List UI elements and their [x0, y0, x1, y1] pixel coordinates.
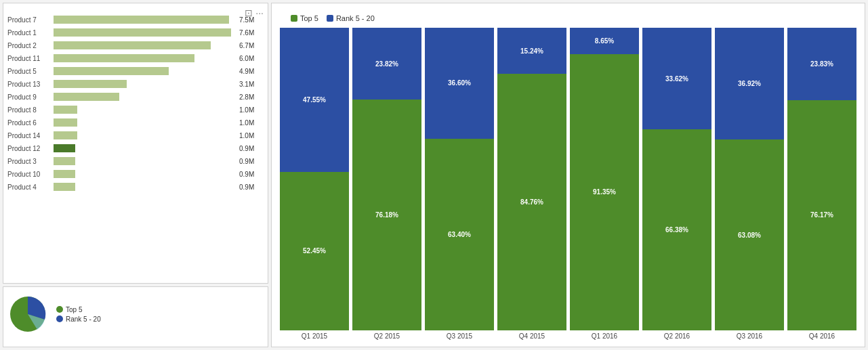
stacked-legend-entry: Rank 5 - 20 [327, 14, 375, 22]
bottom-chart-panel: Top 5Rank 5 - 20 [3, 286, 268, 347]
bar-value: 0.9M [239, 171, 264, 178]
bar-outer [54, 93, 236, 101]
chart-and-yaxis: 100%80%60%40%20%0% 47.55%52.45%Q1 201523… [280, 28, 856, 340]
stacked-col: 23.82%76.18%Q2 2015 [352, 28, 421, 340]
bar-outer [54, 170, 236, 178]
bar-outer [54, 144, 236, 152]
bar-chart-content: Product 77.5MProduct 17.6MProduct 26.7MP… [7, 14, 264, 192]
bar-row: Product 54.9M [7, 66, 264, 76]
col-label: Q1 2016 [570, 332, 639, 340]
col-label: Q2 2016 [642, 332, 711, 340]
bar-label: Product 10 [7, 171, 54, 178]
seg-green: 76.17% [787, 100, 856, 330]
bar-label: Product 9 [7, 93, 54, 101]
legend-dot [56, 315, 63, 322]
bar-chart-panel: ⊡ ··· Product 77.5MProduct 17.6MProduct … [3, 3, 268, 284]
stacked-legend-label: Top 5 [300, 14, 318, 22]
bar-label: Product 13 [7, 81, 54, 88]
bottom-legend: Top 5Rank 5 - 20 [56, 306, 101, 323]
bar-fill [54, 183, 75, 191]
bar-fill [54, 157, 75, 165]
bar-value: 1.0M [239, 132, 264, 139]
bar-row: Product 81.0M [7, 104, 264, 115]
stacked-col: 36.60%63.40%Q3 2015 [425, 28, 494, 340]
bar-row: Product 30.9M [7, 156, 264, 167]
stacked-legend-row: Top 5Rank 5 - 20 [280, 14, 856, 22]
bar-row: Product 92.8M [7, 91, 264, 102]
more-icon[interactable]: ··· [255, 7, 264, 18]
seg-blue: 23.82% [352, 28, 421, 100]
stacked-bars-area: 47.55%52.45%Q1 201523.82%76.18%Q2 201536… [280, 28, 856, 340]
stacked-col: 33.62%66.38%Q2 2016 [642, 28, 711, 340]
seg-green: 91.35% [570, 54, 639, 330]
legend-square [327, 15, 333, 22]
bar-fill [54, 67, 169, 75]
bar-label: Product 11 [7, 55, 54, 62]
stacked-col: 15.24%84.76%Q4 2015 [497, 28, 566, 340]
bar-fill [54, 144, 75, 152]
legend-dot [56, 306, 63, 313]
bar-outer [54, 16, 236, 24]
bar-label: Product 3 [7, 158, 54, 165]
bar-fill [54, 131, 77, 139]
col-label: Q4 2015 [497, 332, 566, 340]
pie-chart [7, 294, 48, 334]
stacked-bar-wrapper: 23.82%76.18% [352, 28, 421, 330]
bar-outer [54, 54, 236, 62]
bar-label: Product 6 [7, 119, 54, 127]
stacked-bar-wrapper: 15.24%84.76% [497, 28, 566, 330]
seg-blue: 8.65% [570, 28, 639, 54]
bar-label: Product 14 [7, 132, 54, 139]
seg-green: 63.08% [715, 139, 784, 330]
seg-blue: 23.83% [787, 28, 856, 100]
bar-fill [54, 106, 77, 114]
bar-row: Product 120.9M [7, 143, 264, 154]
bar-value: 1.0M [239, 106, 264, 114]
panel-controls: ⊡ ··· [245, 7, 264, 18]
bar-value: 0.9M [239, 145, 264, 152]
bar-row: Product 116.0M [7, 53, 264, 64]
bar-row: Product 100.9M [7, 169, 264, 179]
bar-outer [54, 131, 236, 139]
bar-outer [54, 67, 236, 75]
stacked-col: 36.92%63.08%Q3 2016 [715, 28, 784, 340]
legend-square [291, 15, 297, 22]
bar-fill [54, 28, 231, 37]
seg-blue: 15.24% [497, 28, 566, 74]
bottom-content: Top 5Rank 5 - 20 [7, 294, 264, 334]
stacked-bar-wrapper: 23.83%76.17% [787, 28, 856, 330]
stacked-col: 47.55%52.45%Q1 2015 [280, 28, 349, 340]
bar-value: 0.9M [239, 158, 264, 165]
bar-fill [54, 41, 211, 49]
legend-item-label: Top 5 [66, 306, 82, 313]
bar-outer [54, 183, 236, 191]
legend-item: Rank 5 - 20 [56, 315, 101, 323]
bar-value: 6.0M [239, 55, 264, 62]
bar-label: Product 8 [7, 106, 54, 114]
bar-label: Product 1 [7, 29, 54, 37]
expand-icon[interactable]: ⊡ [245, 7, 253, 18]
bar-value: 7.6M [239, 29, 264, 37]
seg-blue: 36.92% [715, 28, 784, 139]
seg-green: 66.38% [642, 129, 711, 330]
bar-fill [54, 170, 75, 178]
bar-fill [54, 118, 77, 127]
bar-label: Product 12 [7, 145, 54, 152]
bar-value: 4.9M [239, 68, 264, 75]
main-container: ⊡ ··· Product 77.5MProduct 17.6MProduct … [0, 0, 868, 350]
bar-value: 2.8M [239, 93, 264, 101]
bar-outer [54, 41, 236, 49]
bar-label: Product 7 [7, 16, 54, 24]
stacked-legend-entry: Top 5 [291, 14, 318, 22]
col-label: Q3 2015 [425, 332, 494, 340]
stacked-bar-wrapper: 36.92%63.08% [715, 28, 784, 330]
bar-label: Product 2 [7, 42, 54, 49]
bar-outer [54, 118, 236, 127]
bar-label: Product 5 [7, 68, 54, 75]
bar-row: Product 133.1M [7, 79, 264, 89]
col-label: Q3 2016 [715, 332, 784, 340]
bar-value: 3.1M [239, 81, 264, 88]
bar-fill [54, 80, 127, 88]
seg-blue: 47.55% [280, 28, 349, 172]
stacked-bar-wrapper: 47.55%52.45% [280, 28, 349, 330]
